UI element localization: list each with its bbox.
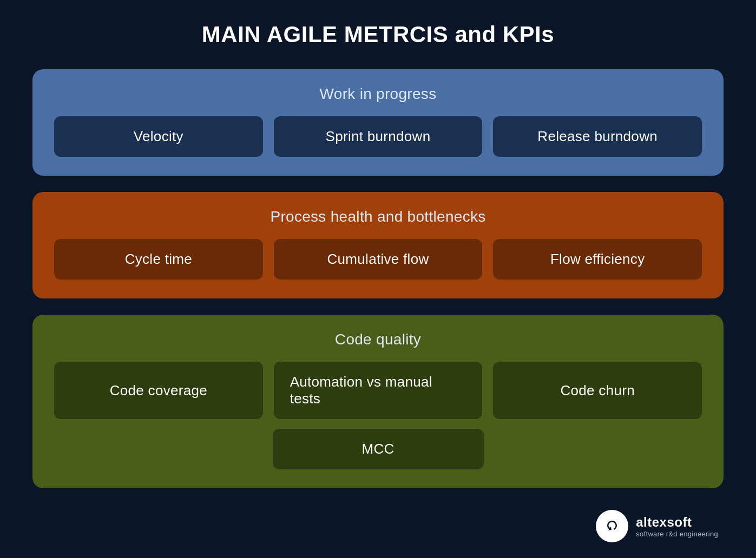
logo-name: altexsoft	[636, 515, 692, 530]
section-process-cards: Cycle time Cumulative flow Flow efficien…	[54, 239, 702, 280]
logo-area: altexsoft software r&d engineering	[596, 510, 718, 542]
section-wip: Work in progress Velocity Sprint burndow…	[32, 69, 724, 176]
card-mcc[interactable]: MCC	[273, 429, 484, 469]
page-title: MAIN AGILE METRCIS and KPIs	[202, 22, 554, 48]
section-process-title: Process health and bottlenecks	[54, 208, 702, 225]
card-sprint-burndown[interactable]: Sprint burndown	[274, 116, 483, 157]
svg-point-0	[602, 516, 622, 536]
card-velocity[interactable]: Velocity	[54, 116, 263, 157]
section-wip-cards: Velocity Sprint burndown Release burndow…	[54, 116, 702, 157]
card-release-burndown[interactable]: Release burndown	[493, 116, 702, 157]
section-quality-title: Code quality	[54, 331, 702, 348]
section-wip-title: Work in progress	[54, 85, 702, 103]
card-flow-efficiency[interactable]: Flow efficiency	[493, 239, 702, 280]
section-quality: Code quality Code coverage Automation vs…	[32, 315, 724, 488]
card-code-coverage[interactable]: Code coverage	[54, 362, 263, 419]
logo-text: altexsoft software r&d engineering	[636, 515, 718, 538]
section-quality-cards-grid: Code coverage Automation vs manual tests…	[54, 362, 702, 469]
card-code-churn[interactable]: Code churn	[493, 362, 702, 419]
quality-row-1: Code coverage Automation vs manual tests…	[54, 362, 702, 419]
card-automation-vs-manual[interactable]: Automation vs manual tests	[274, 362, 483, 419]
card-cycle-time[interactable]: Cycle time	[54, 239, 263, 280]
logo-subtitle: software r&d engineering	[636, 530, 718, 538]
quality-row-2: MCC	[54, 429, 702, 469]
section-process: Process health and bottlenecks Cycle tim…	[32, 192, 724, 298]
card-cumulative-flow[interactable]: Cumulative flow	[274, 239, 483, 280]
logo-icon	[596, 510, 628, 542]
